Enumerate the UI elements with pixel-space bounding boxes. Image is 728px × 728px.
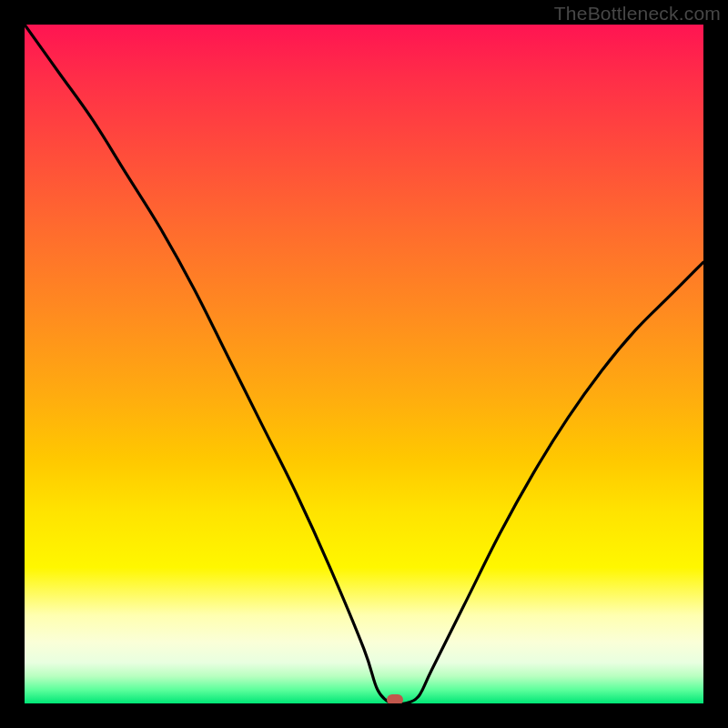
bottleneck-marker — [387, 694, 403, 703]
chart-frame: TheBottleneck.com — [0, 0, 728, 728]
plot-area — [25, 25, 703, 703]
bottleneck-curve — [25, 25, 703, 703]
watermark-text: TheBottleneck.com — [554, 3, 721, 25]
